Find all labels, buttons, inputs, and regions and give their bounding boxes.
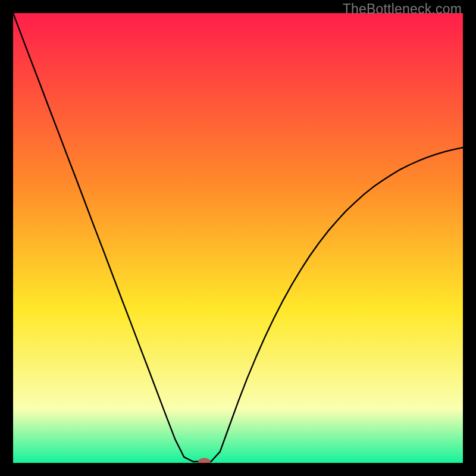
chart-frame (13, 13, 463, 463)
bottleneck-chart (13, 13, 463, 463)
gradient-background (13, 13, 463, 463)
watermark-label: TheBottleneck.com (343, 1, 462, 17)
optimum-marker (198, 458, 210, 463)
